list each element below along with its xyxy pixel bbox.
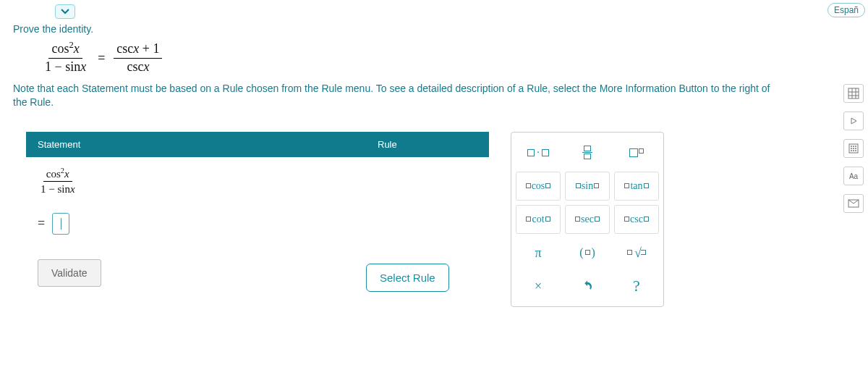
prompt-text: Prove the identity. xyxy=(13,23,855,35)
equals-sign: = xyxy=(38,216,45,231)
svg-point-6 xyxy=(853,148,854,149)
mail-icon[interactable] xyxy=(843,194,864,213)
play-icon[interactable] xyxy=(843,112,864,130)
validate-button[interactable]: Validate xyxy=(38,259,101,287)
svg-point-8 xyxy=(851,150,852,151)
palette-parens[interactable]: () xyxy=(565,238,610,267)
svg-point-3 xyxy=(853,146,854,147)
identity-equation: cos2x 1 − sinx = cscx + 1 cscx xyxy=(42,42,855,75)
header-rule: Rule xyxy=(366,132,489,157)
palette-sqrt[interactable]: √ xyxy=(614,238,659,267)
select-rule-button[interactable]: Select Rule xyxy=(366,264,449,292)
expression-input[interactable] xyxy=(52,213,69,235)
palette-csc[interactable]: csc xyxy=(614,205,659,234)
symbol-palette: · cos sin tan cot sec csc π () √ × ? xyxy=(511,132,664,307)
palette-sec[interactable]: sec xyxy=(565,205,610,234)
svg-point-2 xyxy=(851,146,852,147)
palette-cos[interactable]: cos xyxy=(516,172,561,201)
palette-tan[interactable]: tan xyxy=(614,172,659,201)
header-statement: Statement xyxy=(26,132,366,157)
language-pill[interactable]: Españ xyxy=(827,3,865,17)
palette-fraction[interactable] xyxy=(565,138,610,167)
svg-point-5 xyxy=(851,148,852,149)
instruction-note: Note that each Statement must be based o… xyxy=(0,82,796,110)
palette-help[interactable]: ? xyxy=(614,272,659,301)
palette-exponent[interactable] xyxy=(614,138,659,167)
palette-cot[interactable]: cot xyxy=(516,205,561,234)
chevron-down-icon[interactable] xyxy=(55,4,75,19)
palette-multiply[interactable]: · xyxy=(516,138,561,167)
right-sidebar: Aa xyxy=(843,84,864,213)
palette-clear[interactable]: × xyxy=(516,272,561,301)
aa-icon[interactable]: Aa xyxy=(843,167,864,185)
svg-rect-0 xyxy=(848,88,859,98)
svg-point-7 xyxy=(855,148,856,149)
grid-icon[interactable] xyxy=(843,84,864,103)
palette-undo[interactable] xyxy=(565,272,610,301)
keypad-icon[interactable] xyxy=(843,139,864,158)
palette-sin[interactable]: sin xyxy=(565,172,610,201)
proof-header: Statement Rule xyxy=(26,132,489,157)
svg-point-10 xyxy=(855,150,856,151)
svg-point-9 xyxy=(853,150,854,151)
svg-point-4 xyxy=(855,146,856,147)
palette-pi[interactable]: π xyxy=(516,238,561,267)
initial-statement: cos2x 1 − sinx xyxy=(26,157,489,200)
